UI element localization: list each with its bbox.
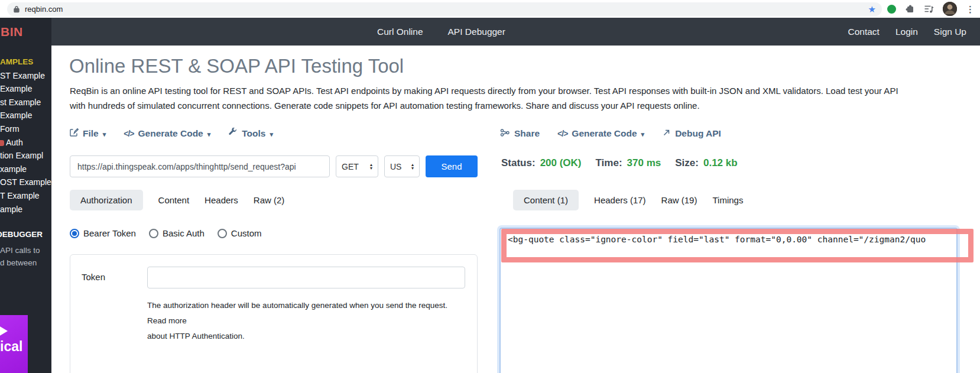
tab-response-timings[interactable]: Timings <box>712 190 743 210</box>
highlight-annotation <box>501 229 973 262</box>
extensions-puzzle-icon[interactable] <box>905 4 915 14</box>
method-select[interactable]: GET ▴▾ <box>336 155 378 177</box>
tab-response-raw[interactable]: Raw (19) <box>661 190 697 210</box>
radio-bearer-token[interactable]: Bearer Token <box>70 228 136 238</box>
media-controls-icon[interactable] <box>924 5 934 14</box>
sidebar-item[interactable]: ST Example <box>0 69 51 83</box>
nav-item-contact[interactable]: Contact <box>848 27 879 37</box>
code-icon: </> <box>124 129 134 138</box>
sidebar-item[interactable]: ample <box>0 203 51 216</box>
url-text: reqbin.com <box>25 5 63 14</box>
radio-icon <box>218 229 227 238</box>
screen: reqbin.com ★ <box>0 0 980 373</box>
tab-headers[interactable]: Headers <box>205 190 238 210</box>
time-label: Time: <box>596 157 622 169</box>
ad-label: ical <box>0 339 22 355</box>
sidebar-item[interactable]: xample <box>0 163 51 176</box>
page-description: ReqBin is an online API testing tool for… <box>70 83 898 113</box>
send-button[interactable]: Send <box>426 155 478 177</box>
nav-item-signup[interactable]: Sign Up <box>934 27 966 37</box>
sidebar-item[interactable]: Example <box>0 109 51 122</box>
stepper-arrows-icon: ▴▾ <box>411 163 414 170</box>
sidebar-section-debugger: DEBUGGER <box>0 230 51 239</box>
tab-raw[interactable]: Raw (2) <box>254 190 285 210</box>
token-label: Token <box>82 267 147 288</box>
nav-item-login[interactable]: Login <box>895 27 918 37</box>
auth-mode-row: Bearer Token Basic Auth Custom <box>70 228 262 238</box>
browser-toolbar: reqbin.com ★ <box>0 0 980 18</box>
size-value: 0.12 kb <box>703 157 738 169</box>
nav-item-api-debugger[interactable]: API Debugger <box>448 27 505 37</box>
profile-avatar[interactable] <box>943 2 957 16</box>
sidebar-item[interactable]: tion Exampl <box>0 149 51 163</box>
clipped-icon-fragment <box>0 140 4 146</box>
brand-logo[interactable]: BIN <box>0 18 51 46</box>
sidebar-item[interactable]: OST Example <box>0 176 51 189</box>
tab-authorization[interactable]: Authorization <box>70 190 143 210</box>
tab-content[interactable]: Content <box>158 190 190 210</box>
sidebar-description-line: API calls to <box>0 245 51 257</box>
token-input[interactable] <box>147 267 465 288</box>
status-value: 200 (OK) <box>540 157 582 169</box>
tab-response-content[interactable]: Content (1) <box>513 190 579 210</box>
request-toolbar: File ▾ </> Generate Code ▾ Tools ▾ <box>69 128 273 140</box>
ad-arrow-icon <box>0 324 8 338</box>
response-status-row: Status: 200 (OK) Time: 370 ms Size: 0.12… <box>501 157 752 169</box>
request-url-row: GET ▴▾ US ▴▾ Send <box>70 155 478 177</box>
page-title: Online REST & SOAP API Testing Tool <box>69 55 404 77</box>
time-value: 370 ms <box>627 157 661 169</box>
chevron-down-icon: ▾ <box>641 129 645 138</box>
generate-code-button[interactable]: </> Generate Code ▾ <box>124 128 210 139</box>
code-icon: </> <box>557 129 567 138</box>
chevron-down-icon: ▾ <box>103 129 106 138</box>
sidebar-item[interactable]: Auth <box>0 136 51 150</box>
chevron-down-icon: ▾ <box>207 129 211 138</box>
stepper-arrows-icon: ▴▾ <box>370 163 372 170</box>
share-icon <box>500 128 510 140</box>
file-edit-icon <box>69 128 79 140</box>
wrench-icon <box>228 128 238 140</box>
debug-arrow-icon <box>662 128 671 140</box>
sidebar-item[interactable]: Example <box>0 82 51 96</box>
radio-custom[interactable]: Custom <box>218 228 262 238</box>
radio-icon <box>149 229 158 238</box>
debug-api-button[interactable]: Debug API <box>662 128 721 140</box>
nav-item-curl-online[interactable]: Curl Online <box>377 27 423 37</box>
tools-menu-button[interactable]: Tools ▾ <box>228 128 273 140</box>
token-panel: Token The authorization header will be a… <box>70 254 478 373</box>
chevron-down-icon: ▾ <box>270 129 273 138</box>
request-url-input[interactable] <box>70 155 330 177</box>
sidebar-section-examples: AMPLES <box>0 56 51 69</box>
address-bar[interactable]: reqbin.com ★ <box>7 2 882 16</box>
extension-badge-icon[interactable] <box>887 5 896 14</box>
radio-basic-auth[interactable]: Basic Auth <box>149 228 205 238</box>
response-toolbar: Share </> Generate Code ▾ Debug API <box>500 128 721 140</box>
status-label: Status: <box>501 157 536 169</box>
request-tabs: Authorization Content Headers Raw (2) <box>70 190 284 210</box>
share-button[interactable]: Share <box>500 128 540 140</box>
sidebar-item[interactable]: T Example <box>0 189 51 203</box>
sidebar-ad-banner[interactable]: ical <box>0 315 28 373</box>
file-menu-button[interactable]: File ▾ <box>69 128 106 140</box>
radio-selected-icon <box>70 229 79 238</box>
lock-icon <box>13 5 20 13</box>
sidebar-description-line: d between <box>0 257 51 270</box>
locale-select[interactable]: US ▴▾ <box>384 155 420 177</box>
generate-code-button[interactable]: </> Generate Code ▾ <box>557 128 644 139</box>
token-help-text: The authorization header will be automat… <box>147 298 465 344</box>
top-navigation: BIN Curl Online API Debugger Contact Log… <box>0 18 980 46</box>
bookmark-star-icon[interactable]: ★ <box>868 5 876 14</box>
sidebar-item[interactable]: st Example <box>0 96 51 109</box>
browser-menu-icon[interactable]: ⋮ <box>966 5 975 14</box>
tab-response-headers[interactable]: Headers (17) <box>594 190 646 210</box>
sidebar-item[interactable]: Form <box>0 122 51 136</box>
examples-sidebar: AMPLES ST Example Example st Example Exa… <box>0 46 51 373</box>
size-label: Size: <box>675 157 699 169</box>
response-tabs: Content (1) Headers (17) Raw (19) Timing… <box>513 190 743 210</box>
